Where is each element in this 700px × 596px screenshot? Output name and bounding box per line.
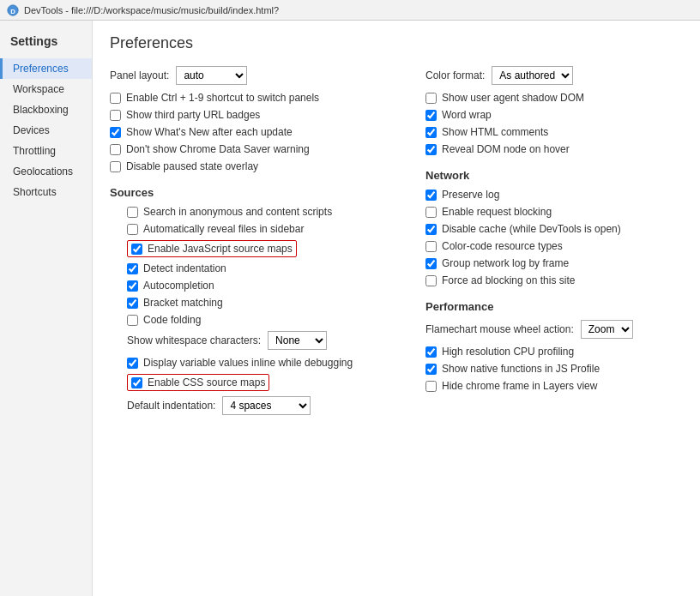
sidebar-title: Settings — [0, 27, 92, 58]
checkbox-request-blocking-label: Enable request blocking — [442, 206, 552, 218]
checkbox-ctrl-shortcut-input[interactable] — [110, 93, 121, 104]
checkbox-anonymous-scripts: Search in anonymous and content scripts — [127, 206, 408, 218]
checkbox-request-blocking: Enable request blocking — [425, 206, 683, 218]
page-title: Preferences — [110, 34, 683, 52]
sidebar-item-geolocations[interactable]: Geolocations — [0, 161, 92, 182]
checkbox-native-functions: Show native functions in JS Profile — [425, 363, 683, 375]
checkbox-color-code-resources-label: Color-code resource types — [442, 240, 563, 252]
left-column: Panel layout: auto horizontal vertical E… — [110, 66, 408, 422]
sidebar-item-workspace[interactable]: Workspace — [0, 79, 92, 99]
checkbox-preserve-log-label: Preserve log — [442, 189, 499, 201]
checkbox-bracket-matching-input[interactable] — [127, 298, 138, 309]
checkbox-group-network-log-label: Group network log by frame — [442, 257, 569, 269]
checkbox-third-party-label: Show third party URL badges — [126, 109, 260, 121]
checkbox-group-network-log-input[interactable] — [425, 258, 437, 269]
checkbox-third-party-input[interactable] — [110, 110, 121, 121]
title-bar: D DevTools - file:///D:/workspace/music/… — [0, 0, 700, 21]
checkbox-code-folding: Code folding — [127, 314, 408, 326]
sidebar-item-preferences[interactable]: Preferences — [0, 58, 92, 79]
sidebar-item-shortcuts[interactable]: Shortcuts — [0, 182, 92, 202]
js-source-maps-highlight: Enable JavaScript source maps — [127, 240, 297, 257]
checkbox-html-comments-input[interactable] — [425, 127, 437, 138]
main-content: Preferences Panel layout: auto horizonta… — [93, 21, 700, 596]
sidebar-item-blackboxing[interactable]: Blackboxing — [0, 99, 92, 120]
checkbox-autocompletion-input[interactable] — [127, 280, 138, 292]
checkbox-data-saver-input[interactable] — [110, 144, 121, 155]
checkbox-css-source-maps-label: Enable CSS source maps — [148, 376, 265, 388]
checkbox-whats-new-label: Show What's New after each update — [126, 126, 293, 138]
checkbox-force-ad-blocking: Force ad blocking on this site — [425, 274, 683, 286]
checkbox-native-functions-input[interactable] — [425, 364, 437, 375]
checkbox-whats-new: Show What's New after each update — [110, 126, 408, 138]
checkbox-display-variable: Display variable values inline while deb… — [127, 357, 408, 369]
checkbox-preserve-log-input[interactable] — [425, 190, 437, 201]
checkbox-force-ad-blocking-input[interactable] — [425, 275, 437, 286]
checkbox-display-variable-input[interactable] — [127, 358, 138, 369]
color-format-label: Color format: — [425, 69, 485, 81]
flamechart-row: Flamechart mouse wheel action: Zoom Scro… — [425, 320, 683, 339]
show-whitespace-row: Show whitespace characters: None All Tra… — [127, 331, 408, 350]
checkbox-auto-reveal: Automatically reveal files in sidebar — [127, 223, 408, 235]
checkbox-chrome-frame-input[interactable] — [425, 381, 437, 392]
checkbox-html-comments-label: Show HTML comments — [442, 126, 548, 138]
checkbox-paused-overlay-input[interactable] — [110, 161, 121, 172]
css-source-maps-highlight: Enable CSS source maps — [127, 374, 269, 391]
network-section-header: Network — [425, 169, 683, 182]
default-indentation-row: Default indentation: 2 spaces 4 spaces 8… — [127, 396, 408, 415]
checkbox-native-functions-label: Show native functions in JS Profile — [442, 363, 600, 375]
checkbox-autocompletion-label: Autocompletion — [143, 280, 214, 292]
checkbox-display-variable-label: Display variable values inline while deb… — [143, 357, 353, 369]
panel-layout-label: Panel layout: — [110, 69, 169, 81]
checkbox-auto-reveal-input[interactable] — [127, 224, 138, 235]
checkbox-code-folding-input[interactable] — [127, 315, 138, 326]
checkbox-group-network-log: Group network log by frame — [425, 257, 683, 269]
checkbox-code-folding-label: Code folding — [143, 314, 201, 326]
checkbox-word-wrap: Word wrap — [425, 109, 683, 121]
checkbox-user-agent-shadow-input[interactable] — [425, 93, 437, 104]
two-col-layout: Panel layout: auto horizontal vertical E… — [110, 66, 683, 422]
checkbox-bracket-matching: Bracket matching — [127, 297, 408, 309]
right-column: Color format: As authored HEX RGB HSL Sh… — [425, 66, 683, 422]
checkbox-css-source-maps-input[interactable] — [131, 377, 142, 388]
checkbox-color-code-resources-input[interactable] — [425, 241, 437, 252]
title-bar-text: DevTools - file:///D:/workspace/music/mu… — [24, 5, 279, 15]
checkbox-anonymous-scripts-input[interactable] — [127, 207, 138, 218]
checkbox-disable-cache-input[interactable] — [425, 224, 437, 235]
devtools-icon: D — [7, 4, 19, 16]
checkbox-whats-new-input[interactable] — [110, 127, 121, 138]
checkbox-detect-indent-input[interactable] — [127, 263, 138, 274]
checkbox-autocompletion: Autocompletion — [127, 280, 408, 292]
show-whitespace-label: Show whitespace characters: — [127, 334, 261, 346]
checkbox-data-saver-label: Don't show Chrome Data Saver warning — [126, 143, 310, 155]
checkbox-data-saver: Don't show Chrome Data Saver warning — [110, 143, 408, 155]
checkbox-chrome-frame-label: Hide chrome frame in Layers view — [442, 380, 597, 392]
checkbox-js-source-maps-input[interactable] — [131, 244, 142, 255]
checkbox-reveal-dom-input[interactable] — [425, 144, 437, 155]
checkbox-word-wrap-input[interactable] — [425, 110, 437, 121]
checkbox-ctrl-shortcut: Enable Ctrl + 1-9 shortcut to switch pan… — [110, 92, 408, 104]
sidebar-item-throttling[interactable]: Throttling — [0, 141, 92, 161]
show-whitespace-select[interactable]: None All Trailing — [268, 331, 327, 350]
performance-section-header: Performance — [425, 300, 683, 313]
checkbox-user-agent-shadow: Show user agent shadow DOM — [425, 92, 683, 104]
flamechart-select[interactable]: Zoom Scroll — [581, 320, 633, 339]
checkbox-high-res-cpu-input[interactable] — [425, 346, 437, 358]
checkbox-css-source-maps-row: Enable CSS source maps — [127, 374, 408, 391]
checkbox-color-code-resources: Color-code resource types — [425, 240, 683, 252]
default-indentation-select[interactable]: 2 spaces 4 spaces 8 spaces Tab character — [222, 396, 311, 415]
checkbox-request-blocking-input[interactable] — [425, 207, 437, 218]
checkbox-auto-reveal-label: Automatically reveal files in sidebar — [143, 223, 304, 235]
panel-layout-select[interactable]: auto horizontal vertical — [176, 66, 247, 85]
checkbox-third-party: Show third party URL badges — [110, 109, 408, 121]
default-indentation-label: Default indentation: — [127, 400, 215, 412]
color-format-select[interactable]: As authored HEX RGB HSL — [492, 66, 573, 85]
checkbox-bracket-matching-label: Bracket matching — [143, 297, 223, 309]
checkbox-disable-cache: Disable cache (while DevTools is open) — [425, 223, 683, 235]
sidebar-item-devices[interactable]: Devices — [0, 120, 92, 141]
checkbox-reveal-dom-label: Reveal DOM node on hover — [442, 143, 570, 155]
checkbox-preserve-log: Preserve log — [425, 189, 683, 201]
checkbox-chrome-frame: Hide chrome frame in Layers view — [425, 380, 683, 392]
color-format-row: Color format: As authored HEX RGB HSL — [425, 66, 683, 85]
checkbox-force-ad-blocking-label: Force ad blocking on this site — [442, 274, 575, 286]
checkbox-reveal-dom: Reveal DOM node on hover — [425, 143, 683, 155]
